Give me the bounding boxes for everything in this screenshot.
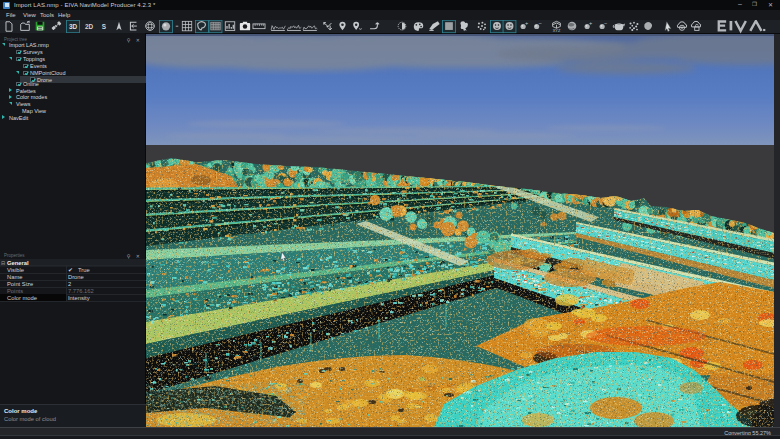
svg-text:−: −: [538, 20, 541, 26]
svg-text:XYZ: XYZ: [553, 28, 561, 33]
svg-text:+: +: [525, 20, 528, 26]
svg-text:2D: 2D: [85, 23, 94, 30]
svg-text:3D: 3D: [69, 23, 78, 30]
svg-text:S: S: [102, 23, 107, 30]
svg-text:+: +: [589, 20, 592, 26]
svg-text:−: −: [604, 20, 607, 26]
